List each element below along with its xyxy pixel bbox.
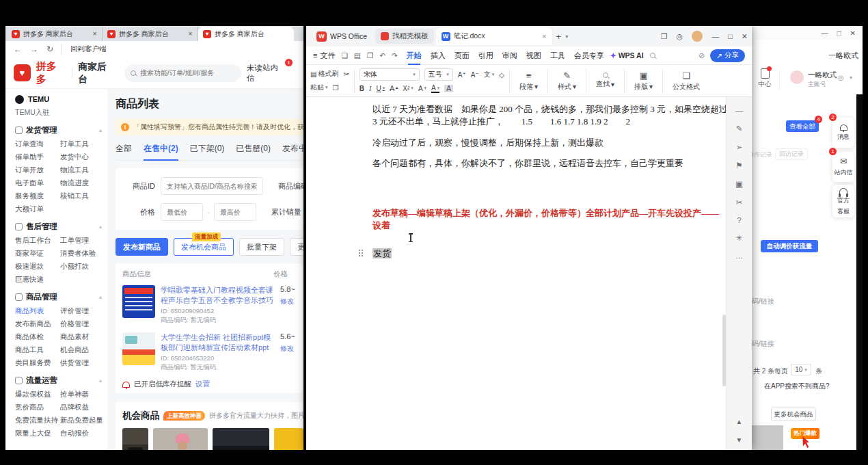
status-tab[interactable]: 在售中(2)	[144, 143, 178, 155]
product-thumbnail[interactable]	[122, 332, 155, 365]
app-search-tip-link[interactable]: 在APP搜索不到商品?	[764, 382, 830, 391]
more-opportunity-button[interactable]: 更多机会商品	[771, 408, 816, 421]
unread-mail-link[interactable]: 未读站内信 1	[247, 63, 286, 83]
sidebar-link[interactable]: 物流进度	[60, 176, 104, 189]
sidebar-link[interactable]: 小额打款	[60, 260, 104, 273]
sidebar-link[interactable]: 价格管理	[60, 317, 104, 330]
ribbon-tab[interactable]: 审阅	[502, 51, 517, 61]
paste-button[interactable]: 粘贴▾	[310, 83, 328, 92]
sidebar-link[interactable]: 商品列表	[15, 304, 60, 317]
sidebar-link[interactable]: 工单管理	[60, 234, 104, 247]
shrink-font-button[interactable]: A⁻	[471, 71, 479, 79]
superscript-button[interactable]: X²▾	[403, 85, 413, 92]
sidebar-link[interactable]: 商品素材	[60, 330, 104, 343]
new-tab-icon[interactable]: +	[554, 31, 564, 42]
sidebar-link[interactable]: 竞价商品	[15, 401, 60, 414]
sidebar-link[interactable]: 评价管理	[60, 304, 104, 317]
sidebar-link[interactable]: 品牌权益	[60, 401, 104, 414]
char-shading-button[interactable]: A	[444, 85, 453, 92]
minimize-icon[interactable]: —	[822, 29, 828, 37]
sidebar-link[interactable]: 商家举证	[15, 247, 60, 260]
account-avatar[interactable]	[790, 70, 804, 84]
protect-icon[interactable]: ⊘	[699, 51, 705, 60]
page-down-icon[interactable]: ▾	[737, 435, 742, 444]
doc-paragraph[interactable]: 以近 7 天为准看数据 如果你是 200 个品，烧钱的多，那我们最多控制 3 元…	[372, 103, 709, 128]
official-service-button[interactable]: 官方 客服	[832, 185, 854, 217]
sidebar-section-goods[interactable]: 商品管理 ▴	[15, 292, 102, 302]
new-doc-icon[interactable]: ❏	[341, 51, 347, 59]
product-id-input[interactable]	[161, 177, 263, 195]
close-icon[interactable]: ✕	[742, 32, 748, 41]
ribbon-tab[interactable]: 会员专享	[574, 51, 604, 61]
text-effect-button[interactable]: A▾	[418, 85, 426, 92]
sidebar-link[interactable]: 核销工具	[60, 189, 104, 202]
ribbon-tab[interactable]: 工具	[550, 51, 565, 61]
format-painter-button[interactable]: ▤格式刷	[310, 69, 338, 79]
edit-price-link[interactable]: 修改	[280, 344, 301, 354]
ribbon-tab[interactable]: 页面	[455, 51, 470, 61]
status-tab[interactable]: 全部	[116, 143, 132, 155]
status-tab[interactable]: 已售罄(0)	[236, 143, 271, 155]
paragraph-group-button[interactable]: ≡ 段落▾	[515, 67, 543, 94]
browser-tab[interactable]: ♥ 拼多多 商家后台 ✕	[103, 27, 198, 41]
maximize-icon[interactable]: □	[837, 29, 841, 37]
save-icon[interactable]: ▤	[354, 51, 361, 59]
wps-ai-button[interactable]: ✦ WPS AI	[610, 51, 644, 59]
sidebar-section-ship[interactable]: 发货管理 ▴	[15, 125, 102, 135]
batch-delist-button[interactable]: 批量下架	[239, 238, 284, 256]
sidebar-link[interactable]: 抢单神器	[60, 388, 104, 401]
share-button[interactable]: ↗ 分享	[710, 49, 745, 62]
page-up-icon[interactable]: ▴	[737, 416, 742, 426]
sidebar-link[interactable]: 免费流量扶持	[15, 414, 60, 427]
view-all-button[interactable]: 查看全部	[786, 120, 819, 132]
sidebar-section-aftersale[interactable]: 售后管理 ▴	[15, 222, 102, 232]
browser-tab[interactable]: ♥ 拼多多 商家后台 ✕	[7, 27, 103, 41]
drag-handle-icon[interactable]	[359, 250, 364, 258]
search-input[interactable]	[140, 69, 235, 77]
sidebar-link[interactable]: 售后工作台	[15, 234, 60, 247]
maximize-icon[interactable]: □	[728, 32, 733, 40]
product-title-link[interactable]: 大学生学生会招新 社团招新ppt模板部门迎新纳新宣传活动素材ppt	[161, 332, 275, 353]
grow-font-button[interactable]: A⁺	[458, 71, 466, 79]
sidebar-link[interactable]: 打单工具	[60, 137, 104, 150]
doc-line[interactable]: 3 元还不出单，马上就停止推广， 1.5 1.6 1.7 1.8 1.9 2 2	[372, 116, 709, 128]
tab-close-icon[interactable]: ✕	[188, 31, 193, 37]
selected-text[interactable]: 发货	[372, 248, 392, 258]
sidebar-link[interactable]: 电子面单	[15, 176, 60, 189]
document-page[interactable]: 以近 7 天为准看数据 如果你是 200 个品，烧钱的多，那我们最多控制 3 元…	[306, 97, 726, 450]
more-button[interactable]: 更多 ▾	[290, 238, 303, 256]
gov-format-button[interactable]: ❏ 公文格式	[668, 67, 705, 94]
doc-line[interactable]: 发布草稿—编辑草稿上架（优化，外漏价，价格带等）全部计划产品—开车先设投产——	[372, 207, 709, 220]
image-tool-icon[interactable]: ▣	[735, 179, 743, 189]
user-avatar[interactable]	[692, 31, 703, 42]
globe-icon[interactable]: ◎	[677, 32, 683, 41]
edit-price-link[interactable]: 修改	[280, 297, 301, 306]
message-center-item[interactable]: 中心	[755, 68, 774, 89]
ribbon-tab[interactable]: 视图	[526, 51, 541, 61]
sidebar-link[interactable]: 自动报价	[60, 427, 104, 440]
copy-icon[interactable]: ❐	[333, 84, 339, 92]
browser-tab[interactable]: ♥ 拼多多 商家后台	[198, 27, 294, 41]
page-size-select[interactable]: 10 ▾	[791, 364, 811, 375]
ribbon-tab[interactable]: 开始	[407, 51, 422, 61]
sidebar-link[interactable]: 类目服务费	[15, 356, 60, 369]
collapse-icon[interactable]: —	[735, 107, 744, 115]
sidebar-section-traffic[interactable]: 流量运营 ▴	[15, 375, 102, 386]
sidebar-link[interactable]: 发布新商品	[15, 317, 60, 330]
wps-home-tab[interactable]: W WPS Office	[310, 26, 373, 46]
opportunity-image-person[interactable]	[153, 428, 208, 450]
sidebar-link[interactable]: 订单开放	[15, 163, 60, 176]
chevron-down-icon[interactable]: ▾	[850, 75, 852, 81]
doc-paragraph-selected[interactable]: 发货	[372, 248, 709, 260]
sidebar-link[interactable]: 订单查询	[15, 137, 60, 150]
product-title-link[interactable]: 学唱歌零基础入门教程视频全套课程声乐自学五音不全教学音乐技巧	[161, 285, 275, 306]
print-icon[interactable]: ❐	[367, 51, 373, 59]
sidebar-link[interactable]: 新品免费起量	[60, 414, 104, 427]
font-size-select[interactable]: 五号▾	[424, 68, 453, 81]
sidebar-link[interactable]: 商品工具	[15, 343, 60, 356]
close-icon[interactable]: ✕	[850, 29, 856, 37]
auto-price-button[interactable]: 自动调价获流量	[761, 240, 818, 252]
ribbon-tab[interactable]: 引用	[478, 51, 493, 61]
find-group-button[interactable]: 查找▾	[591, 67, 619, 94]
pdd-search-box[interactable]	[124, 64, 241, 82]
